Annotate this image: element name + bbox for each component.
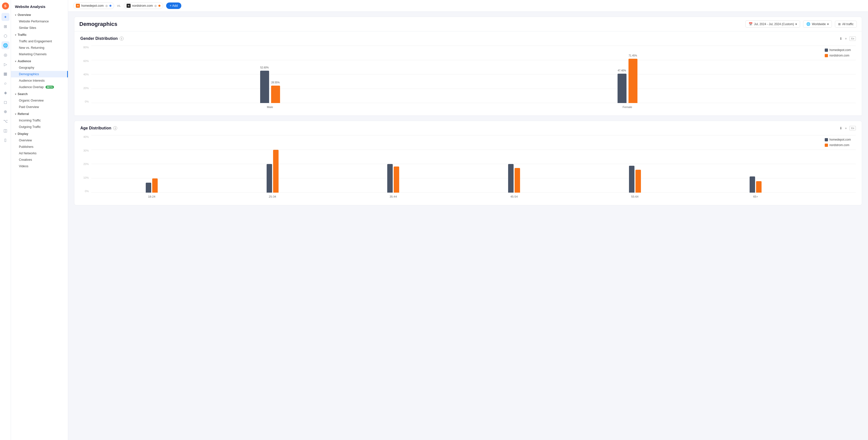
bar-blue	[146, 183, 151, 193]
mobile-icon[interactable]: ▯	[1, 136, 9, 144]
sidebar-item-audience-overlap[interactable]: Audience Overlap BETA	[11, 84, 68, 90]
sidebar-item-organic-overview[interactable]: Organic Overview	[11, 97, 68, 104]
globe-filter-icon: 🌐	[806, 22, 810, 26]
add-icon[interactable]: +	[845, 37, 847, 40]
age-distribution-card: Age Distribution i ⬇ + X≡ 0% 10% 20% 30%…	[74, 121, 862, 205]
sidebar-section-header-search[interactable]: ▾ Search	[11, 91, 68, 97]
sidebar-item-demographics[interactable]: Demographics	[11, 71, 68, 78]
traffic-filter-button[interactable]: ⊞ All traffic	[835, 21, 857, 28]
bar-orange	[515, 168, 520, 193]
x-label-65-plus: 65+	[695, 195, 816, 198]
sidebar-item-new-returning[interactable]: New vs. Returning	[11, 45, 68, 51]
sidebar-section-header-audience[interactable]: ▾ Audience	[11, 58, 68, 64]
sidebar-section-audience: ▾ Audience Geography Demographics Audien…	[11, 58, 68, 90]
bar-blue	[750, 176, 755, 193]
search-icon[interactable]: ⌕	[1, 79, 9, 87]
add-icon[interactable]: +	[845, 126, 847, 130]
site1-pill[interactable]: H homedepot.com ⊗	[73, 2, 114, 9]
download-icon[interactable]: ⬇	[839, 37, 842, 40]
download-icon[interactable]: ⬇	[839, 126, 842, 130]
excel-icon[interactable]: X≡	[849, 36, 856, 41]
funnel-icon[interactable]: ⌥	[1, 117, 9, 125]
legend-box-orange	[825, 144, 828, 147]
tag-icon[interactable]: ◈	[1, 89, 9, 96]
site2-dot	[158, 5, 160, 7]
info-icon[interactable]: i	[120, 37, 124, 40]
bar-blue	[629, 166, 634, 193]
chevron-icon: ▾	[15, 93, 16, 95]
sidebar-section-search: ▾ Search Organic Overview Paid Overview	[11, 91, 68, 110]
bar-chart-icon[interactable]: ▦	[1, 70, 9, 78]
bar-female-homedepot: 47.40%	[618, 74, 626, 103]
age-x-labels: 18-24 25-34 35-44 45-54 55-64 65+	[91, 193, 816, 200]
bar-group-65-plus	[695, 176, 816, 193]
sidebar-section-header-traffic[interactable]: ▾ Traffic	[11, 32, 68, 38]
sidebar-item-geography[interactable]: Geography	[11, 64, 68, 71]
grid-icon[interactable]: ⊞	[1, 22, 9, 30]
site1-close[interactable]: ⊗	[105, 4, 108, 8]
sidebar-section-referral: ▾ Referral Incoming Traffic Outgoing Tra…	[11, 111, 68, 130]
site1-dot	[110, 5, 112, 7]
excel-icon[interactable]: X≡	[849, 126, 856, 130]
play-icon[interactable]: ▷	[1, 60, 9, 68]
region-button[interactable]: 🌐 Worldwide ▾	[803, 21, 832, 28]
legend-item-homedepot: homedepot.com	[825, 48, 851, 52]
bar-orange	[636, 170, 641, 193]
globe-icon[interactable]: 🌐	[1, 41, 9, 49]
sidebar-section-header-overview[interactable]: ▾ Overview	[11, 12, 68, 18]
bar-blue	[260, 71, 269, 103]
bar-orange	[394, 167, 399, 193]
sidebar-item-audience-interests[interactable]: Audience Interests	[11, 78, 68, 84]
site2-close[interactable]: ⊗	[154, 4, 157, 8]
doc-icon[interactable]: ◫	[1, 126, 9, 135]
chevron-down-icon: ▾	[827, 22, 829, 26]
site2-pill[interactable]: N nordstrom.com ⊗	[124, 2, 163, 9]
message-icon[interactable]: ◻	[1, 98, 9, 106]
bar-orange	[271, 86, 280, 103]
sidebar-item-paid-overview[interactable]: Paid Overview	[11, 104, 68, 110]
sidebar-item-creatives[interactable]: Creatives	[11, 156, 68, 163]
layers-icon[interactable]: ⬡	[1, 32, 9, 40]
globe2-icon[interactable]: ◎	[1, 51, 9, 59]
date-range-button[interactable]: 📅 Jul, 2024 - Jul, 2024 (Custom) ▾	[745, 21, 800, 28]
bar-blue	[387, 164, 393, 193]
vs-label: vs.	[117, 4, 121, 7]
sidebar-item-ad-networks[interactable]: Ad Networks	[11, 150, 68, 156]
bar-group-female: 47.40% 71.45%	[449, 59, 806, 103]
sidebar-item-display-overview[interactable]: Overview	[11, 137, 68, 144]
x-label-male: Male	[91, 106, 449, 109]
sidebar-item-videos[interactable]: Videos	[11, 163, 68, 170]
cursor-icon[interactable]: ✦	[1, 13, 9, 21]
chevron-icon: ▾	[15, 113, 16, 115]
site2-favicon: N	[127, 4, 131, 8]
sidebar-item-website-performance[interactable]: Website Performance	[11, 18, 68, 25]
bar-blue	[618, 74, 626, 103]
legend-box-orange	[825, 54, 828, 57]
gender-bar-chart: 0% 20% 40% 60% 80%	[80, 46, 856, 111]
age-chart-header: Age Distribution i ⬇ + X≡	[80, 126, 856, 130]
site1-favicon: H	[76, 4, 80, 8]
bar-pair	[750, 176, 762, 193]
age-chart-actions: ⬇ + X≡	[839, 126, 856, 130]
bar-pair	[146, 178, 158, 193]
sidebar-item-outgoing-traffic[interactable]: Outgoing Traffic	[11, 124, 68, 130]
app-logo[interactable]: S	[2, 2, 9, 9]
info-icon[interactable]: i	[113, 126, 117, 130]
sidebar-section-header-referral[interactable]: ▾ Referral	[11, 111, 68, 117]
x-label-18-24: 18-24	[91, 195, 212, 198]
gender-x-labels: Male Female	[91, 104, 806, 111]
sidebar-item-marketing-channels[interactable]: Marketing Channels	[11, 51, 68, 58]
bar-pair	[267, 150, 279, 193]
sidebar-item-traffic-engagement[interactable]: Traffic and Engagement	[11, 38, 68, 45]
sidebar-section-header-display[interactable]: ▾ Display	[11, 131, 68, 137]
add-site-button[interactable]: + Add	[166, 2, 181, 9]
chevron-icon: ▾	[15, 60, 16, 63]
traffic-icon: ⊞	[838, 22, 841, 26]
legend-box-blue	[825, 49, 828, 52]
globe3-icon[interactable]: ⊕	[1, 108, 9, 115]
sidebar-item-incoming-traffic[interactable]: Incoming Traffic	[11, 117, 68, 124]
sidebar-item-publishers[interactable]: Publishers	[11, 144, 68, 150]
site1-name: homedepot.com	[81, 4, 104, 7]
bar-blue	[267, 164, 272, 193]
sidebar-item-similar-sites[interactable]: Similar Sites	[11, 25, 68, 31]
